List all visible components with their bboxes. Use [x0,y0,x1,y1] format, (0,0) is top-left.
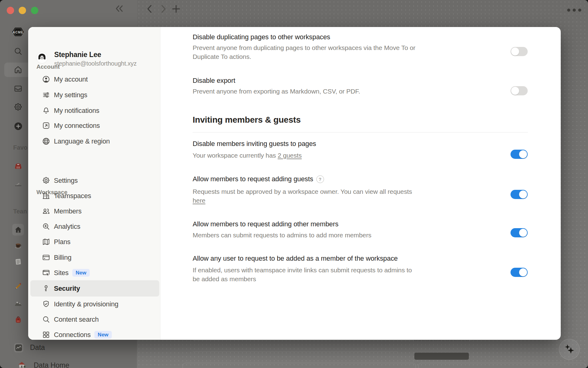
setting-description: If enabled, users with teamspace invite … [193,266,456,283]
favorite-item-sneaker-icon[interactable] [14,179,22,188]
window-titlebar [0,0,588,17]
setting-description: Prevent anyone from duplicating pages to… [193,43,456,61]
favorite-item-phone-icon[interactable] [14,162,22,170]
workspace-logo[interactable]: ACME [11,26,25,37]
new-page-icon[interactable] [14,122,22,130]
key-icon [42,284,50,293]
sidebar-item-sites[interactable]: Sites New [30,265,159,281]
teamspace-coffee-icon[interactable] [14,241,22,249]
traffic-light-minimize[interactable] [19,7,26,14]
sidebar-item-label: Security [54,285,80,293]
settings-gear-icon[interactable] [13,102,23,112]
toggle-knob [519,229,527,237]
toggle-request-adding-members[interactable] [511,228,528,237]
data-home-house-icon[interactable] [18,361,26,368]
sidebar-collapse-icon[interactable] [114,4,125,13]
map-icon [42,238,50,246]
toggle-request-adding-guests[interactable] [511,190,528,199]
setting-title-disable-export: Disable export [193,77,235,85]
bottom-card-right [418,363,586,368]
description-text: Your workspace currently has [193,152,278,159]
sidebar-item-label: Content search [54,316,99,324]
teamspace-pencil-icon[interactable] [14,282,22,290]
sidebar-item-plans[interactable]: Plans [30,234,159,250]
sidebar-item-content-search[interactable]: Content search [30,312,159,327]
sidebar-item-data[interactable]: Data [30,343,45,352]
teamspace-mountain-icon[interactable] [14,299,22,307]
bell-icon [42,106,50,115]
teamspace-backpack-icon[interactable] [14,316,22,324]
sidebar-item-label: Billing [54,254,71,262]
sparkle-icon [559,339,579,359]
sidebar-item-analytics[interactable]: Analytics [30,219,159,234]
sidebar-item-label: My account [54,75,88,83]
sidebar-item-label: Settings [54,177,78,185]
new-badge: New [94,331,112,339]
setting-description: Requests must be approved by a workspace… [193,187,456,205]
traffic-light-close[interactable] [7,7,14,14]
sidebar-item-my-account[interactable]: My account [30,71,159,87]
sidebar-item-label: Teamspaces [54,192,91,200]
view-requests-link[interactable]: here [193,197,205,204]
shield-check-icon [42,300,50,308]
sliders-icon [42,91,50,99]
toggle-disable-duplicating[interactable] [511,47,528,56]
sidebar-item-identity-provisioning[interactable]: Identity & provisioning [30,296,159,312]
toggle-disable-members-inviting[interactable] [511,150,528,159]
avatar [36,52,48,63]
teamspace-notepad-icon[interactable] [14,258,22,266]
sidebar-item-label: My connections [54,122,100,130]
page-divider-line-2 [193,351,398,352]
sidebar-item-billing[interactable]: Billing [30,250,159,265]
search-icon[interactable] [13,47,23,56]
home-icon[interactable] [13,65,23,74]
sidebar-item-connections[interactable]: Connections New [30,327,159,343]
sidebar-item-teamspaces[interactable]: Teamspaces [30,188,159,204]
ai-sparkle-button[interactable] [559,339,580,360]
setting-description: Members can submit requests to admins to… [193,231,456,240]
favorites-section-label: Favo [13,144,28,151]
sidebar-item-label: Sites [54,269,69,277]
magnifier-plus-icon [42,222,50,231]
person-circle-icon [42,75,50,83]
toggle-knob [519,190,527,198]
sidebar-item-label: Members [54,207,81,215]
sidebar-item-settings[interactable]: Settings [30,173,159,188]
back-icon[interactable] [145,4,154,13]
bottom-card-left [183,363,416,368]
forward-icon[interactable] [159,4,168,13]
section-heading-inviting: Inviting members & guests [193,115,301,125]
sidebar-item-my-settings[interactable]: My settings [30,87,159,103]
sidebar-item-security[interactable]: Security [30,280,159,297]
account-user-row[interactable]: Stephanie Lee stephanie@toolsforthought.… [30,52,159,69]
traffic-light-zoom[interactable] [31,7,38,14]
teamspace-house-icon[interactable] [14,226,22,234]
grid-icon [42,331,50,339]
sidebar-item-label: Language & region [54,137,110,145]
arrow-up-right-box-icon [42,121,50,130]
new-tab-icon[interactable] [172,4,181,13]
dark-button-pill[interactable] [414,353,469,360]
setting-title-request-adding-guests: Allow members to request adding guests? [193,175,324,183]
settings-content: Disable duplicating pages to other works… [160,27,561,340]
guests-count-link[interactable]: 2 guests [278,152,302,159]
data-chart-icon[interactable] [15,344,22,351]
sidebar-item-label: My notifications [54,107,99,115]
setting-title-request-adding-members: Allow members to request adding other me… [193,220,338,228]
inbox-icon[interactable] [13,84,23,93]
help-icon[interactable]: ? [316,175,324,183]
sidebar-item-data-home[interactable]: Data Home [34,361,69,368]
sidebar-item-language-region[interactable]: Language & region [30,133,159,149]
title-text: Allow members to request adding guests [193,175,313,183]
toggle-disable-export[interactable] [511,86,528,95]
more-options-icon[interactable] [566,7,582,13]
settings-sidebar: Account Stephanie L [28,27,160,340]
sidebar-item-my-connections[interactable]: My connections [30,118,159,133]
toggle-any-user-request[interactable] [511,268,528,277]
sidebar-item-members[interactable]: Members [30,203,159,219]
sidebar-item-label: Identity & provisioning [54,300,119,308]
toggle-knob [519,268,527,276]
setting-title-any-user-request: Allow any user to request to be added as… [193,255,398,263]
teamspaces-section-label: Tean [13,208,27,215]
sidebar-item-my-notifications[interactable]: My notifications [30,103,159,118]
